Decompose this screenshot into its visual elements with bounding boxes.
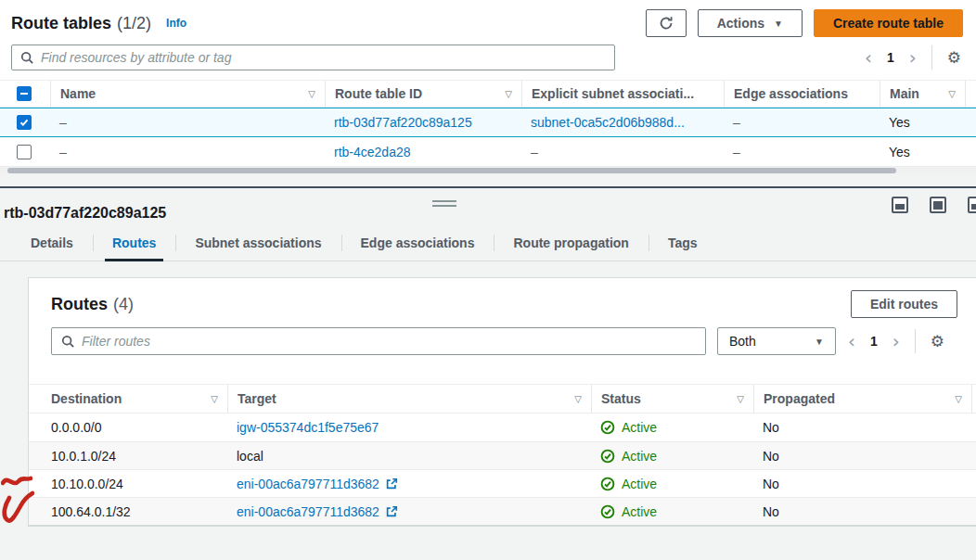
handwritten-red-mark	[1, 468, 32, 492]
tab-subnet-associations[interactable]: Subnet associations	[175, 227, 340, 261]
current-page[interactable]: 1	[887, 50, 894, 65]
cell-destination: 100.64.0.1/32	[51, 504, 131, 519]
cell-destination: 10.10.0.0/24	[51, 477, 123, 491]
row-checkbox-checked[interactable]	[17, 115, 32, 130]
column-header-name[interactable]: Name ▽	[50, 81, 325, 107]
route-row: 10.10.0.0/24 eni-00ac6a797711d3682	[29, 469, 976, 497]
cell-explicit: –	[531, 145, 538, 159]
refresh-button[interactable]	[646, 9, 687, 37]
tab-tags[interactable]: Tags	[649, 227, 717, 261]
sort-icon[interactable]: ▽	[205, 394, 218, 404]
target-link[interactable]: eni-00ac6a797711d3682	[237, 504, 379, 519]
cell-name: –	[59, 115, 67, 130]
routes-pagination: ‹ 1 › ⚙	[848, 329, 957, 353]
status-active-icon	[600, 477, 615, 491]
status-active-icon	[600, 420, 615, 435]
sort-icon[interactable]: ▽	[499, 89, 512, 99]
sort-icon[interactable]: ▽	[731, 394, 744, 404]
scrollbar-thumb[interactable]	[7, 168, 896, 173]
row-checkbox-unchecked[interactable]	[17, 145, 32, 159]
sort-icon[interactable]: ▽	[569, 394, 582, 404]
column-label: Main	[890, 86, 919, 101]
bottom-panel-layout-icon[interactable]	[892, 197, 908, 213]
search-icon	[61, 335, 74, 348]
external-link-icon[interactable]	[385, 505, 398, 518]
cell-edge: –	[733, 145, 740, 159]
table-row[interactable]: – rtb-03d77af220c89a125 subnet-0ca5c2d06…	[0, 108, 976, 137]
column-header-main[interactable]: Main ▽	[880, 81, 965, 107]
routes-card-title: Routes	[51, 295, 108, 314]
gear-icon[interactable]: ⚙	[931, 332, 944, 350]
search-input[interactable]	[41, 50, 606, 65]
route-tables-list-panel: Route tables (1/2) Info Actions ▼ Create…	[0, 0, 976, 186]
route-row: 10.0.1.0/24 local Active No	[29, 441, 976, 469]
gear-icon[interactable]: ⚙	[947, 48, 961, 67]
cell-target: local	[237, 449, 263, 464]
target-link[interactable]: eni-00ac6a797711d3682	[237, 477, 379, 491]
column-label: Name	[60, 86, 96, 101]
edit-routes-label: Edit routes	[870, 297, 938, 312]
side-panel-layout-icon[interactable]	[968, 197, 976, 213]
next-page-icon[interactable]: ›	[909, 48, 917, 67]
select-all-checkbox[interactable]	[17, 86, 32, 101]
edit-routes-button[interactable]: Edit routes	[851, 290, 957, 318]
cell-propagated: No	[763, 449, 779, 464]
column-label: Destination	[51, 391, 122, 406]
column-header-status[interactable]: Status ▽	[591, 385, 753, 413]
target-link[interactable]: igw-055374dc1f5e75e67	[237, 420, 379, 435]
cell-main: Yes	[889, 115, 910, 130]
full-panel-layout-icon[interactable]	[930, 197, 946, 213]
column-header-explicit-subnet[interactable]: Explicit subnet associati...	[521, 81, 724, 107]
chevron-down-icon: ▼	[815, 337, 824, 347]
current-page[interactable]: 1	[870, 334, 878, 349]
column-label: Explicit subnet associati...	[532, 86, 694, 101]
route-row: 0.0.0.0/0 igw-055374dc1f5e75e67 Active N…	[29, 414, 976, 441]
column-label: Status	[601, 391, 641, 406]
split-panel-drag-handle[interactable]	[432, 200, 456, 210]
route-table-id-link[interactable]: rtb-4ce2da28	[334, 145, 411, 159]
filter-routes-input[interactable]	[82, 334, 696, 349]
column-header-edge-associations[interactable]: Edge associations	[724, 81, 880, 107]
cell-propagated: No	[763, 420, 779, 435]
route-scope-value: Both	[729, 334, 756, 349]
column-header-propagated[interactable]: Propagated ▽	[753, 385, 971, 413]
previous-page-icon[interactable]: ‹	[848, 332, 855, 350]
column-label: Target	[238, 391, 276, 406]
column-header-target[interactable]: Target ▽	[227, 385, 591, 413]
next-page-icon[interactable]: ›	[893, 332, 900, 350]
table-row[interactable]: – rtb-4ce2da28 – – Yes	[0, 137, 976, 167]
column-label: Route table ID	[335, 86, 422, 101]
create-button-label: Create route table	[833, 16, 944, 31]
external-link-icon[interactable]	[385, 477, 398, 490]
detail-tabs: Details Routes Subnet associations Edge …	[0, 227, 976, 261]
actions-button[interactable]: Actions ▼	[698, 9, 803, 37]
tab-routes[interactable]: Routes	[93, 227, 175, 261]
route-scope-select[interactable]: Both ▼	[717, 327, 836, 355]
sort-icon[interactable]: ▽	[949, 394, 962, 404]
route-row: 100.64.0.1/32 eni-00ac6a797711d3682	[29, 497, 976, 525]
tab-details[interactable]: Details	[11, 227, 93, 261]
cell-edge: –	[733, 115, 740, 130]
chevron-down-icon: ▼	[774, 19, 783, 29]
list-header: Route tables (1/2) Info Actions ▼ Create…	[0, 0, 976, 41]
cell-propagated: No	[763, 477, 779, 491]
column-header-route-table-id[interactable]: Route table ID ▽	[325, 81, 521, 107]
status-text: Active	[622, 449, 657, 464]
previous-page-icon[interactable]: ‹	[865, 48, 872, 67]
sort-icon[interactable]: ▽	[943, 89, 956, 99]
column-header-destination[interactable]: Destination ▽	[29, 385, 227, 413]
cell-name: –	[59, 145, 67, 159]
sort-icon[interactable]: ▽	[302, 89, 315, 99]
info-link[interactable]: Info	[166, 17, 186, 30]
subnet-association-link[interactable]: subnet-0ca5c2d06b988d...	[531, 115, 685, 130]
panel-gap	[0, 174, 976, 186]
create-route-table-button[interactable]: Create route table	[814, 9, 963, 37]
list-pagination: ‹ 1 › ⚙	[865, 45, 963, 70]
horizontal-scrollbar	[0, 167, 976, 174]
detail-split-panel: rtb-03d77af220c89a125 Details Routes Sub…	[0, 186, 976, 560]
route-table-id-link[interactable]: rtb-03d77af220c89a125	[334, 115, 472, 130]
search-icon	[20, 51, 33, 64]
routes-table-header: Destination ▽ Target ▽ Status ▽ Propagat…	[29, 384, 976, 414]
tab-route-propagation[interactable]: Route propagation	[494, 227, 648, 261]
tab-edge-associations[interactable]: Edge associations	[341, 227, 494, 261]
